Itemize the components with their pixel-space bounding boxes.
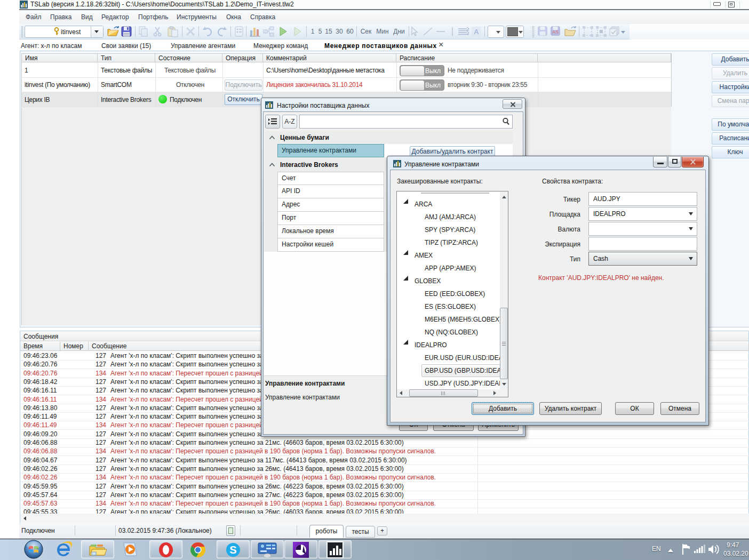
svg-text:AS: AS — [552, 29, 559, 35]
svg-text:S: S — [229, 544, 236, 556]
svg-text:A: A — [474, 28, 479, 36]
